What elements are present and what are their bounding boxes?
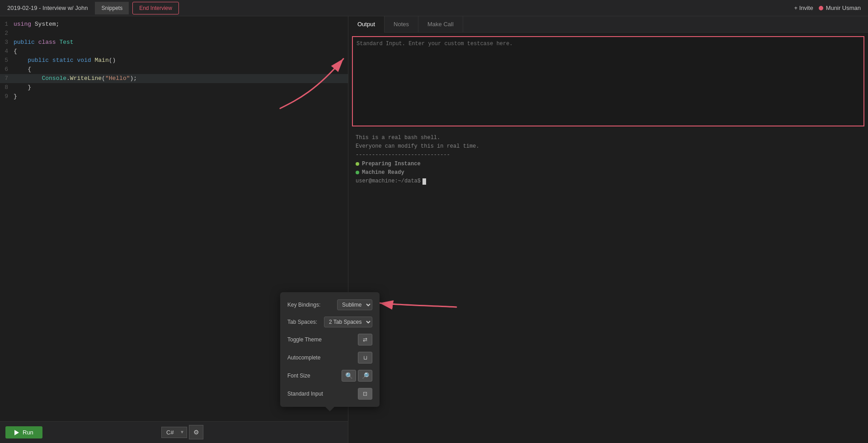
shell-divider: -----------------------------	[356, 151, 861, 159]
run-button[interactable]: Run	[5, 426, 42, 438]
line-content-9: }	[14, 92, 17, 101]
status-line-2: Machine Ready	[356, 168, 861, 177]
shell-prompt-line: user@machine:~/data$	[356, 177, 861, 186]
language-select[interactable]: C#	[161, 427, 187, 438]
standard-input-area[interactable]	[352, 36, 864, 126]
shell-output: This is a real bash shell. Everyone can …	[348, 130, 868, 189]
user-dot-icon	[819, 6, 823, 10]
key-bindings-row: Key Bindings: Sublime	[287, 299, 372, 310]
settings-button[interactable]: ⚙	[189, 425, 203, 439]
line-num-9: 9	[0, 92, 14, 101]
cursor-icon	[422, 178, 426, 185]
code-line-7: 7 Console.WriteLine("Hello");	[0, 74, 348, 83]
code-editor[interactable]: 1 using System; 2 3 public class Test 4 …	[0, 16, 348, 105]
code-line-6: 6 {	[0, 65, 348, 74]
tab-output[interactable]: Output	[348, 16, 385, 33]
line-num-6: 6	[0, 65, 14, 74]
zoom-in-icon: 🔎	[361, 372, 369, 379]
standard-input-label: Standard Input	[287, 391, 323, 397]
line-content-5: public static void Main()	[14, 56, 116, 65]
autocomplete-label: Autocomplete	[287, 354, 320, 361]
code-line-5: 5 public static void Main()	[0, 56, 348, 65]
standard-input-row: Standard Input ⊡	[287, 388, 372, 400]
gear-icon: ⚙	[193, 429, 199, 436]
preparing-dot-icon	[356, 162, 359, 166]
language-selector-wrap: C# ▼ ⚙	[161, 425, 203, 439]
standard-input-textarea[interactable]	[353, 37, 863, 126]
key-bindings-label: Key Bindings:	[287, 302, 320, 308]
shell-prompt: user@machine:~/data$	[356, 177, 421, 186]
run-triangle-icon	[14, 430, 19, 435]
toggle-theme-button[interactable]: ⇄	[358, 334, 372, 345]
code-line-9: 9 }	[0, 92, 348, 101]
toggle-theme-icon: ⇄	[363, 336, 367, 343]
line-num-2: 2	[0, 29, 14, 38]
status-line-1: Preparing Instance	[356, 160, 861, 168]
font-size-buttons: 🔍 🔎	[342, 370, 372, 382]
line-num-5: 5	[0, 56, 14, 65]
interview-title: 2019-02-19 - Interview w/ John	[0, 5, 95, 11]
line-num-7: 7	[0, 74, 14, 83]
right-tabs: Output Notes Make Call	[348, 16, 868, 33]
tab-notes-label: Notes	[394, 21, 409, 28]
line-num-3: 3	[0, 38, 14, 47]
right-panel: Output Notes Make Call This is a real ba…	[348, 16, 868, 443]
header: 2019-02-19 - Interview w/ John Snippets …	[0, 0, 868, 16]
standard-input-toggle-button[interactable]: ⊡	[358, 388, 372, 400]
run-label: Run	[23, 429, 33, 436]
code-line-2: 2	[0, 29, 348, 38]
user-indicator: Munir Usman	[819, 5, 861, 11]
settings-popup: Key Bindings: Sublime Tab Spaces: 2 Tab …	[280, 292, 380, 407]
line-content-4: {	[14, 47, 17, 56]
font-zoom-out-button[interactable]: 🔍	[342, 370, 356, 382]
line-content-3: public class Test	[14, 38, 74, 47]
tab-make-call[interactable]: Make Call	[418, 16, 463, 33]
status-preparing: Preparing Instance	[362, 160, 421, 168]
standard-input-icon: ⊡	[363, 391, 367, 397]
line-num-4: 4	[0, 47, 14, 56]
tab-make-call-label: Make Call	[427, 21, 454, 28]
language-select-container: C# ▼	[161, 427, 187, 438]
code-line-4: 4 {	[0, 47, 348, 56]
snippets-button[interactable]: Snippets	[95, 2, 129, 14]
main-layout: 1 using System; 2 3 public class Test 4 …	[0, 16, 868, 443]
tab-spaces-row: Tab Spaces: 2 Tab Spaces 4 Tab Spaces	[287, 317, 372, 327]
font-size-row: Font Size 🔍 🔎	[287, 370, 372, 382]
end-interview-button[interactable]: End Interview	[132, 2, 179, 14]
ready-dot-icon	[356, 171, 359, 174]
line-num-1: 1	[0, 20, 14, 29]
code-line-1: 1 using System;	[0, 20, 348, 29]
tab-spaces-label: Tab Spaces:	[287, 319, 317, 325]
key-bindings-select[interactable]: Sublime	[337, 299, 372, 310]
tab-spaces-select[interactable]: 2 Tab Spaces 4 Tab Spaces	[324, 317, 372, 327]
toggle-theme-label: Toggle Theme	[287, 336, 322, 343]
line-content-6: {	[14, 65, 31, 74]
line-content-7: Console.WriteLine("Hello");	[14, 74, 137, 83]
toggle-theme-row: Toggle Theme ⇄	[287, 334, 372, 345]
user-name: Munir Usman	[826, 5, 861, 11]
tab-output-label: Output	[357, 21, 375, 28]
shell-line-2: Everyone can modify this in real time.	[356, 142, 861, 151]
code-line-8: 8 }	[0, 83, 348, 92]
font-size-label: Font Size	[287, 373, 310, 379]
invite-button[interactable]: + Invite	[794, 5, 813, 11]
header-right: + Invite Munir Usman	[794, 5, 868, 11]
line-content-1: using System;	[14, 20, 59, 29]
line-num-8: 8	[0, 83, 14, 92]
autocomplete-icon: ⊔	[363, 354, 367, 361]
autocomplete-row: Autocomplete ⊔	[287, 352, 372, 364]
autocomplete-button[interactable]: ⊔	[358, 352, 372, 364]
code-line-3: 3 public class Test	[0, 38, 348, 47]
tab-notes[interactable]: Notes	[385, 16, 418, 33]
font-zoom-in-button[interactable]: 🔎	[358, 370, 372, 382]
shell-line-1: This is a real bash shell.	[356, 134, 861, 142]
zoom-out-icon: 🔍	[345, 372, 353, 379]
status-ready: Machine Ready	[362, 168, 404, 177]
line-content-8: }	[14, 83, 31, 92]
